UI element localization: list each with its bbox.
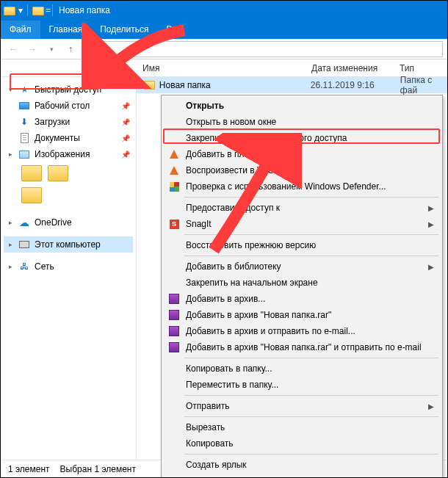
ctx-rar-mail[interactable]: Добавить в архив и отправить по e-mail..… bbox=[164, 323, 440, 339]
col-name[interactable]: Имя bbox=[137, 63, 306, 73]
ctx-open-new-window[interactable]: Открыть в новом окне bbox=[164, 114, 440, 130]
chevron-right-icon: ▶ bbox=[428, 402, 434, 410]
desktop-icon bbox=[18, 100, 30, 112]
star-icon: ★ bbox=[18, 84, 30, 95]
ctx-snagit[interactable]: SSnagIt▶ bbox=[164, 216, 440, 232]
sidebar-pictures[interactable]: ▸ Изображения 📌 bbox=[4, 146, 133, 162]
window-title: Новая папка bbox=[59, 5, 110, 15]
ctx-give-access[interactable]: Предоставить доступ к▶ bbox=[164, 200, 440, 216]
folder-icon bbox=[88, 45, 100, 54]
folder-icon bbox=[144, 81, 155, 90]
ctx-rar-add[interactable]: Добавить в архив... bbox=[164, 291, 440, 307]
sidebar-label: Этот компьютер bbox=[35, 239, 101, 250]
column-headers: Имя Дата изменения Тип bbox=[1, 59, 447, 77]
ctx-restore-previous[interactable]: Восстановить прежнюю версию bbox=[164, 237, 440, 253]
tab-view[interactable]: Вид bbox=[157, 21, 191, 39]
file-name: Новая папка bbox=[159, 80, 306, 90]
tab-file[interactable]: Файл bbox=[1, 21, 40, 39]
folder-icon[interactable] bbox=[21, 187, 42, 203]
rar-icon bbox=[168, 293, 180, 305]
ctx-defender-scan[interactable]: Проверка с использованием Windows Defend… bbox=[164, 178, 440, 195]
chevron-right-icon[interactable]: ▸ bbox=[7, 151, 14, 158]
recent-dropdown[interactable]: ▾ bbox=[43, 41, 59, 57]
forward-button[interactable]: → bbox=[24, 41, 40, 57]
sidebar-network[interactable]: ▸ 🖧 Сеть bbox=[4, 258, 133, 275]
sidebar-label: Быстрый доступ bbox=[35, 84, 101, 95]
vlc-icon bbox=[168, 148, 180, 160]
sidebar-label: OneDrive bbox=[35, 217, 72, 228]
nav-toolbar: ← → ▾ ↑ ▸ bbox=[1, 39, 447, 59]
ctx-create-shortcut[interactable]: Создать ярлык bbox=[164, 457, 440, 473]
ctx-open[interactable]: Открыть bbox=[164, 98, 440, 114]
sidebar-label: Рабочий стол bbox=[35, 101, 90, 111]
quickaccess-dropdown[interactable]: ▾ bbox=[18, 5, 23, 15]
status-selection: Выбран 1 элемент bbox=[60, 464, 136, 474]
vlc-icon bbox=[168, 164, 180, 176]
ctx-delete[interactable]: Удалить bbox=[164, 473, 440, 478]
cloud-icon: ☁ bbox=[18, 217, 30, 228]
folder-icon[interactable] bbox=[48, 165, 68, 181]
pictures-icon bbox=[18, 148, 30, 160]
chevron-right-icon[interactable]: ▸ bbox=[7, 241, 14, 248]
titlebar: ▾ = Новая папка bbox=[1, 1, 447, 20]
ctx-rar-add-named[interactable]: Добавить в архив "Новая папка.rar" bbox=[164, 307, 440, 323]
tab-home[interactable]: Главная bbox=[40, 21, 92, 39]
network-icon: 🖧 bbox=[18, 261, 30, 272]
chevron-right-icon[interactable]: ▸ bbox=[103, 45, 106, 53]
ctx-vlc-add-playlist[interactable]: Добавить в плейлист VLC bbox=[164, 146, 440, 162]
ctx-pin-quick-access[interactable]: Закрепить на панели быстрого доступа bbox=[164, 130, 440, 146]
download-icon: ⬇ bbox=[18, 116, 30, 128]
sidebar-quick-access[interactable]: ▾ ★ Быстрый доступ bbox=[4, 82, 133, 98]
col-date[interactable]: Дата изменения bbox=[306, 63, 394, 73]
pc-icon bbox=[18, 239, 30, 250]
chevron-right-icon[interactable]: ▸ bbox=[7, 263, 14, 270]
chevron-right-icon: ▶ bbox=[428, 220, 434, 228]
ctx-pin-start[interactable]: Закрепить на начальном экране bbox=[164, 275, 440, 291]
rar-icon bbox=[168, 309, 180, 321]
rar-icon bbox=[168, 325, 180, 337]
up-button[interactable]: ↑ bbox=[62, 41, 79, 57]
chevron-down-icon[interactable]: ▾ bbox=[7, 86, 14, 93]
back-button[interactable]: ← bbox=[5, 41, 21, 57]
chevron-right-icon[interactable]: ▸ bbox=[7, 219, 14, 226]
sidebar-onedrive[interactable]: ▸ ☁ OneDrive bbox=[4, 214, 133, 231]
ctx-vlc-play[interactable]: Воспроизвести в VLC bbox=[164, 162, 440, 178]
pin-icon: 📌 bbox=[121, 151, 130, 159]
address-bar[interactable]: ▸ bbox=[84, 41, 443, 57]
folder-icon bbox=[4, 5, 15, 16]
ctx-send-to[interactable]: Отправить▶ bbox=[164, 398, 440, 414]
tab-share[interactable]: Поделиться bbox=[91, 21, 157, 39]
document-icon bbox=[18, 132, 30, 144]
context-menu: Открыть Открыть в новом окне Закрепить н… bbox=[161, 95, 443, 478]
col-type[interactable]: Тип bbox=[394, 63, 420, 73]
sidebar-label: Сеть bbox=[35, 261, 54, 272]
sidebar-label: Документы bbox=[35, 133, 80, 143]
sidebar-documents[interactable]: Документы 📌 bbox=[4, 130, 133, 146]
ctx-copy[interactable]: Копировать bbox=[164, 435, 440, 452]
ribbon-tabs: Файл Главная Поделиться Вид bbox=[1, 20, 447, 39]
file-type: Папка с фай bbox=[400, 75, 447, 95]
ctx-add-to-library[interactable]: Добавить в библиотеку▶ bbox=[164, 258, 440, 275]
file-row[interactable]: Новая папка 26.11.2019 9:16 Папка с фай bbox=[137, 77, 447, 93]
status-count: 1 элемент bbox=[8, 464, 50, 474]
pin-icon: 📌 bbox=[121, 118, 130, 126]
pin-icon: 📌 bbox=[121, 134, 130, 142]
sidebar-downloads[interactable]: ⬇ Загрузки 📌 bbox=[4, 114, 133, 130]
sidebar-label: Загрузки bbox=[35, 117, 70, 127]
file-date: 26.11.2019 9:16 bbox=[311, 80, 396, 90]
sidebar-this-pc[interactable]: ▸ Этот компьютер bbox=[4, 236, 133, 253]
folder-icon bbox=[32, 5, 44, 16]
folder-icon[interactable] bbox=[21, 165, 42, 181]
rar-icon bbox=[168, 341, 180, 353]
chevron-right-icon: ▶ bbox=[428, 204, 434, 212]
sidebar-label: Изображения bbox=[35, 149, 90, 159]
chevron-right-icon: ▶ bbox=[428, 263, 434, 271]
nav-sidebar: ▾ ★ Быстрый доступ Рабочий стол 📌 ⬇ Загр… bbox=[1, 77, 137, 460]
ctx-copy-to[interactable]: Копировать в папку... bbox=[164, 361, 440, 377]
ctx-rar-mail-named[interactable]: Добавить в архив "Новая папка.rar" и отп… bbox=[164, 339, 440, 355]
shield-icon bbox=[168, 181, 180, 192]
ctx-move-to[interactable]: Переместить в папку... bbox=[164, 377, 440, 393]
sidebar-desktop[interactable]: Рабочий стол 📌 bbox=[4, 98, 133, 114]
snagit-icon: S bbox=[168, 218, 180, 230]
ctx-cut[interactable]: Вырезать bbox=[164, 419, 440, 435]
